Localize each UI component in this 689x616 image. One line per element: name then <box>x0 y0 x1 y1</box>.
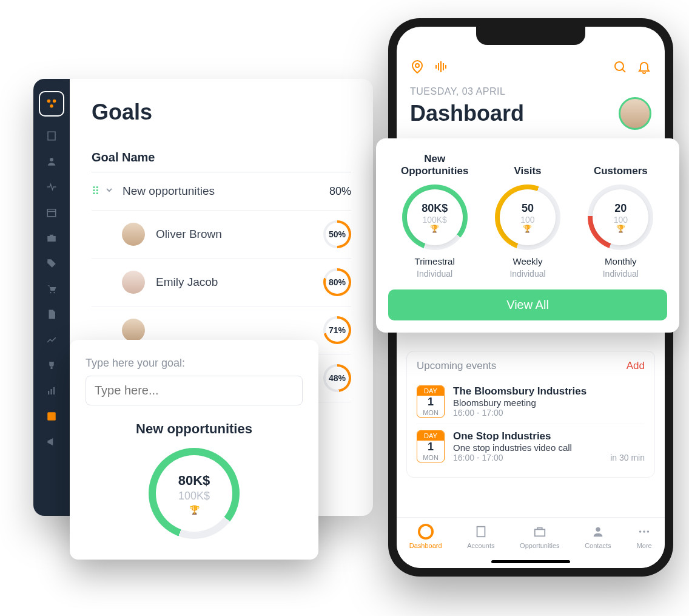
kpi-item: Customers 20 100 🏆 Monthly Individual <box>574 152 667 279</box>
kpi-target: 100 <box>520 215 534 225</box>
svg-point-1 <box>53 100 56 103</box>
event-countdown: in 30 min <box>610 453 645 462</box>
svg-point-28 <box>639 530 642 533</box>
home-indicator <box>491 560 570 563</box>
kpi-item: NewOpportunities 80K$ 100K$ 🏆 Trimestral… <box>388 152 481 279</box>
event-title: The Bloomsbury Industries <box>453 385 645 398</box>
kpi-period: Monthly <box>574 256 667 266</box>
avatar[interactable] <box>619 97 651 130</box>
calendar-badge: DAY 1 MON <box>417 430 445 462</box>
goal-editor-popup: Type here your goal: New opportunities 8… <box>70 340 318 560</box>
goal-name-header: Goal Name <box>92 151 155 164</box>
kpi-value: 80K$ <box>422 202 448 215</box>
voice-icon[interactable] <box>433 59 448 76</box>
tab-dashboard[interactable]: Dashboard <box>409 524 442 549</box>
date-label: TUESDAY, 03 APRIL <box>397 80 665 97</box>
goal-value: 80K$ <box>178 473 210 489</box>
goal-popup-title: New opportunities <box>86 421 303 437</box>
event-item[interactable]: DAY 1 MON The Bloomsbury Industries Bloo… <box>417 379 645 424</box>
trophy-icon[interactable] <box>45 359 58 371</box>
dashboard-title: Dashboard <box>410 101 524 126</box>
grip-icon[interactable]: ⠿ <box>92 184 98 198</box>
tab-opportunities[interactable]: Opportunities <box>520 524 559 549</box>
goal-child-row[interactable]: Oliver Brown 50% <box>92 211 351 259</box>
avatar <box>122 319 145 342</box>
goals-table-header: Goal Name <box>92 143 351 172</box>
avatar <box>122 223 145 246</box>
tab-label: More <box>636 542 652 549</box>
chevron-down-icon[interactable] <box>104 185 114 197</box>
event-time: 16:00 - 17:00 <box>453 453 503 462</box>
svg-rect-20 <box>443 63 444 70</box>
goal-input-label: Type here your goal: <box>86 357 303 370</box>
app-logo[interactable] <box>39 91 64 117</box>
svg-rect-7 <box>47 209 56 217</box>
kpi-type: Individual <box>574 269 667 279</box>
kpi-period: Trimestral <box>388 256 481 266</box>
trophy-icon: 🏆 <box>189 505 200 515</box>
location-icon[interactable] <box>410 59 425 76</box>
progress-ring: 71% <box>323 316 351 344</box>
bars-icon[interactable] <box>45 385 58 397</box>
calendar-icon[interactable] <box>45 206 58 218</box>
goal-input[interactable] <box>86 376 303 405</box>
tab-label: Contacts <box>585 542 611 549</box>
svg-point-29 <box>643 530 645 533</box>
view-all-button[interactable]: View All <box>388 289 667 320</box>
svg-rect-26 <box>535 529 545 536</box>
kpi-name: NewOpportunities <box>388 152 481 177</box>
page-title: Goals <box>92 100 351 125</box>
trophy-icon: 🏆 <box>430 225 439 233</box>
goal-member-name: Emily Jacob <box>156 276 323 289</box>
goal-parent-row[interactable]: ⠿ New opportunities 80% <box>92 172 351 211</box>
tab-icon <box>418 524 434 540</box>
phone-notch <box>476 27 585 45</box>
event-title: One Stop Industries <box>453 430 645 442</box>
building-icon[interactable] <box>45 130 58 142</box>
svg-rect-3 <box>48 132 55 140</box>
svg-rect-12 <box>48 391 49 394</box>
phone-header <box>397 56 665 80</box>
goal-child-row[interactable]: Emily Jacob 80% <box>92 259 351 306</box>
trophy-icon: 🏆 <box>523 225 532 233</box>
cart-icon[interactable] <box>45 283 58 295</box>
svg-rect-17 <box>435 65 437 69</box>
kpi-name: Customers <box>574 152 667 177</box>
dashboard-icon[interactable] <box>45 410 58 422</box>
megaphone-icon[interactable] <box>45 436 58 448</box>
tab-label: Opportunities <box>520 542 559 549</box>
document-icon[interactable] <box>45 308 58 320</box>
svg-rect-15 <box>47 412 56 421</box>
svg-point-6 <box>50 158 53 161</box>
tab-contacts[interactable]: Contacts <box>585 524 611 549</box>
kpi-ring: 80K$ 100K$ 🏆 <box>402 184 468 250</box>
search-icon[interactable] <box>613 59 627 76</box>
tab-accounts[interactable]: Accounts <box>467 524 494 549</box>
activity-icon[interactable] <box>45 181 58 193</box>
tab-icon <box>473 524 489 540</box>
trophy-icon: 🏆 <box>616 225 625 233</box>
svg-point-24 <box>420 526 431 537</box>
kpi-type: Individual <box>481 269 574 279</box>
svg-rect-21 <box>445 65 446 69</box>
avatar <box>122 271 145 294</box>
tab-more[interactable]: More <box>636 524 652 549</box>
goal-target: 100K$ <box>178 490 210 503</box>
tab-icon <box>590 524 606 540</box>
event-time: 16:00 - 17:00 <box>453 408 503 418</box>
tab-icon <box>636 524 652 540</box>
svg-point-16 <box>415 64 419 67</box>
bell-icon[interactable] <box>637 59 651 76</box>
user-icon[interactable] <box>45 155 58 168</box>
event-item[interactable]: DAY 1 MON One Stop Industries One stop i… <box>417 424 645 469</box>
kpi-value: 50 <box>522 202 534 215</box>
briefcase-icon[interactable] <box>45 232 58 244</box>
goal-name: New opportunities <box>123 184 329 198</box>
svg-rect-18 <box>438 63 439 70</box>
chart-icon[interactable] <box>45 334 58 346</box>
tag-icon[interactable] <box>45 257 58 269</box>
add-event-button[interactable]: Add <box>627 360 645 372</box>
event-subtitle: One stop industries video call <box>453 442 645 453</box>
tab-icon <box>532 524 548 540</box>
kpi-ring: 50 100 🏆 <box>495 184 560 250</box>
